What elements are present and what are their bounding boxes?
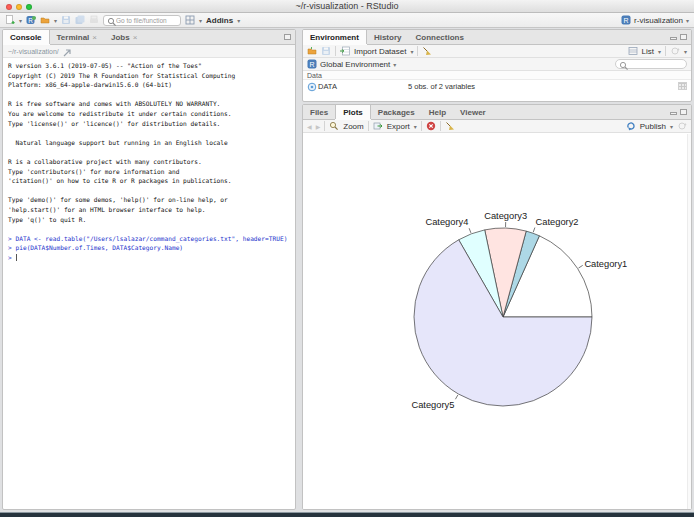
project-icon: R (621, 15, 631, 25)
clear-objects-icon[interactable] (422, 46, 432, 56)
zoom-window-button[interactable] (26, 4, 32, 10)
plot-scrollbar[interactable] (687, 134, 691, 509)
open-in-files-icon[interactable] (62, 48, 68, 54)
tab-terminal-label: Terminal (57, 33, 90, 42)
view-data-button[interactable] (678, 82, 687, 90)
tab-console-label: Console (10, 33, 42, 42)
load-workspace-icon[interactable] (307, 46, 317, 56)
title-bar: ~/r-visualization - RStudio (0, 0, 694, 13)
console-line: 'help.start()' for an HTML browser inter… (8, 205, 295, 215)
close-window-button[interactable] (6, 4, 12, 10)
pie-label-tick (533, 228, 535, 233)
workspace-panes-icon[interactable] (185, 15, 195, 25)
previous-plot-button[interactable] (307, 122, 312, 131)
save-workspace-icon[interactable] (321, 46, 331, 56)
tab-history[interactable]: History (367, 30, 409, 44)
plots-toolbar: Zoom Export Publish (303, 120, 691, 133)
tab-packages[interactable]: Packages (371, 105, 422, 119)
object-name[interactable]: DATA (318, 82, 337, 91)
list-view-button[interactable]: List (642, 47, 654, 56)
console-line: You are welcome to redistribute it under… (8, 109, 295, 119)
tab-connections[interactable]: Connections (408, 30, 470, 44)
pie-chart: Category1Category2Category3Category4Cate… (303, 134, 687, 510)
environment-search-input[interactable] (627, 61, 683, 68)
data-frame-icon (307, 82, 315, 90)
data-section-header: Data (303, 71, 691, 80)
console-line: R is free software and comes with ABSOLU… (8, 99, 295, 109)
console-line: Type 'demo()' for some demos, 'help()' f… (8, 195, 295, 205)
zoom-plot-button[interactable]: Zoom (343, 122, 363, 131)
console-pane: Console Terminal Jobs ~/r-visualization/… (2, 29, 296, 510)
window-title: ~/r-visualization - RStudio (0, 0, 694, 13)
publish-button[interactable]: Publish (640, 122, 666, 131)
pie-label: Category5 (411, 400, 454, 410)
pie-label: Category1 (584, 259, 627, 269)
workspace-panes-dropdown[interactable] (199, 16, 202, 25)
tab-plots-label: Plots (343, 108, 363, 117)
goto-file-input[interactable] (116, 17, 177, 24)
global-environment-dropdown[interactable] (393, 60, 396, 69)
remove-plot-icon[interactable] (426, 121, 436, 131)
print-icon[interactable] (89, 15, 99, 25)
zoom-plot-icon (329, 121, 339, 131)
refresh-plots-icon[interactable] (677, 121, 687, 131)
save-icon[interactable] (61, 15, 71, 25)
minimize-pane-icon[interactable] (670, 112, 677, 115)
import-dataset-button[interactable]: Import Dataset (354, 47, 406, 56)
global-environment-selector[interactable]: Global Environment (320, 60, 390, 69)
refresh-dropdown[interactable] (684, 47, 687, 56)
minimize-pane-icon[interactable] (670, 37, 677, 40)
maximize-pane-icon[interactable] (284, 34, 291, 40)
publish-dropdown[interactable] (670, 122, 673, 131)
search-icon (619, 61, 625, 67)
export-plot-button[interactable]: Export (387, 122, 410, 131)
tab-help-label: Help (429, 108, 446, 117)
minimize-window-button[interactable] (16, 4, 22, 10)
tab-viewer[interactable]: Viewer (453, 105, 493, 119)
tab-help[interactable]: Help (422, 105, 453, 119)
main-toolbar: R Addins R r-visualization (0, 13, 694, 28)
tab-jobs[interactable]: Jobs (104, 30, 144, 44)
import-dataset-dropdown[interactable] (410, 47, 413, 56)
close-icon[interactable] (89, 33, 97, 42)
new-file-dropdown[interactable] (19, 16, 22, 25)
tab-console[interactable]: Console (3, 30, 50, 44)
new-file-icon[interactable] (5, 15, 15, 25)
console-line: 'citation()' on how to cite R or R packa… (8, 176, 295, 186)
addins-button[interactable]: Addins (206, 16, 233, 25)
console-line: > (8, 253, 295, 263)
project-menu-button[interactable]: R r-visualization (621, 15, 689, 25)
maximize-pane-icon[interactable] (680, 34, 687, 40)
environment-search-box (615, 59, 687, 69)
open-recent-dropdown[interactable] (54, 16, 57, 25)
plots-pane: Files Plots Packages Help Viewer Zoom Ex… (302, 104, 692, 510)
publish-icon (626, 121, 636, 131)
environment-object-row[interactable]: DATA 5 obs. of 2 variables (303, 80, 691, 92)
export-plot-icon (373, 121, 383, 131)
save-all-icon[interactable] (75, 15, 85, 25)
import-dataset-icon (340, 46, 350, 56)
console-line: > pie(DATA$Number.of.Times, DATA$Categor… (8, 243, 295, 253)
tab-terminal[interactable]: Terminal (50, 30, 104, 44)
tab-plots[interactable]: Plots (335, 105, 371, 119)
console-output[interactable]: R version 3.6.1 (2019-07-05) -- "Action … (3, 58, 295, 262)
traffic-lights (6, 4, 32, 10)
pie-label-tick (469, 228, 471, 233)
list-view-icon (628, 46, 638, 56)
next-plot-button[interactable] (316, 122, 321, 131)
tab-files[interactable]: Files (303, 105, 335, 119)
close-icon[interactable] (130, 33, 138, 42)
console-pathbar: ~/r-visualization/ (3, 45, 295, 58)
clear-plots-icon[interactable] (445, 121, 455, 131)
tab-environment[interactable]: Environment (303, 30, 367, 44)
export-plot-dropdown[interactable] (414, 122, 417, 131)
open-file-icon[interactable] (40, 15, 50, 25)
list-view-dropdown[interactable] (658, 47, 661, 56)
addins-dropdown[interactable] (237, 16, 240, 25)
plots-tabstrip: Files Plots Packages Help Viewer (303, 105, 691, 120)
maximize-pane-icon[interactable] (680, 109, 687, 115)
search-icon (107, 17, 114, 24)
project-name: r-visualization (634, 16, 683, 25)
new-project-icon[interactable]: R (26, 15, 36, 25)
refresh-environment-icon[interactable] (670, 46, 680, 56)
